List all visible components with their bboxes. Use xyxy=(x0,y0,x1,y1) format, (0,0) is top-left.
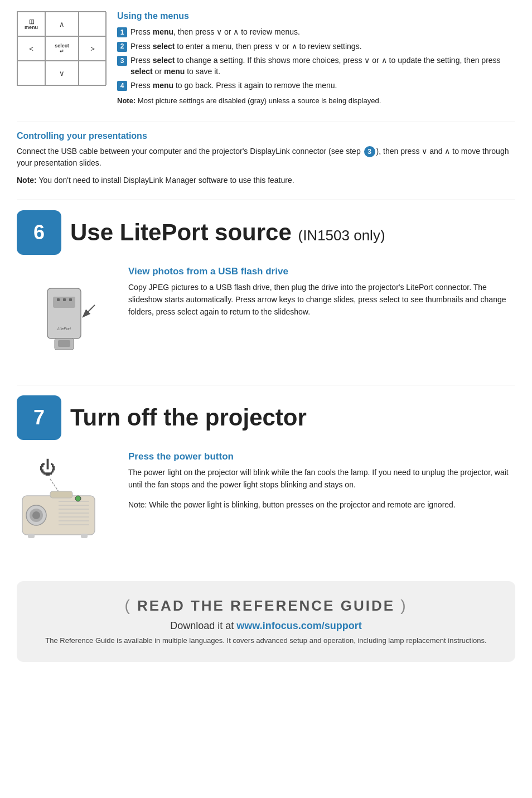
section-7-body: Press the power button The power light o… xyxy=(128,451,515,511)
menus-content: Using the menus 1 Press menu, then press… xyxy=(117,11,515,106)
section-6-header: 6 Use LitePort source (IN1503 only) xyxy=(17,210,515,255)
step-1-badge: 1 xyxy=(117,27,127,37)
paren-close: ) xyxy=(400,597,407,614)
section-6-title-bold: Use LitePort source xyxy=(70,219,292,245)
remote-diagram: ◫ menu ∧ < select ↵ > ∨ xyxy=(17,11,106,106)
reference-download-line: Download it at www.infocus.com/support xyxy=(39,620,493,632)
section-6-subsection-body: Copy JPEG pictures to a USB flash drive,… xyxy=(128,282,515,318)
menu-icon: ◫ xyxy=(29,18,34,25)
step-1-text: Press menu, then press ∨ or ∧ to review … xyxy=(130,27,300,38)
projector-illustration: ⏻ xyxy=(17,451,117,564)
menus-note: Note: Most picture settings are disabled… xyxy=(117,96,515,106)
step-3: 3 Press select to change a setting. If t… xyxy=(117,55,515,77)
section-7: 7 Turn off the projector ⏻ xyxy=(17,395,515,564)
section-7-header: 7 Turn off the projector xyxy=(17,395,515,440)
controlling-section: Controlling your presentations Connect t… xyxy=(17,122,515,186)
controlling-note: Note: You don't need to install DisplayL… xyxy=(17,175,515,186)
section-7-subsection-body: The power light on the projector will bl… xyxy=(128,467,515,491)
section-6-badge: 6 xyxy=(17,210,61,255)
right-arrow-button[interactable]: > xyxy=(79,36,107,61)
step-4-menu-bold: menu xyxy=(153,81,173,90)
step-2: 2 Press select to enter a menu, then pre… xyxy=(117,41,515,52)
section-7-power-note: Note: While the power light is blinking,… xyxy=(128,499,515,511)
step-2-select-bold: select xyxy=(153,42,175,51)
empty-bottom-right xyxy=(79,61,107,85)
projector-svg: ⏻ xyxy=(17,451,112,563)
step-4: 4 Press menu to go back. Press it again … xyxy=(117,80,515,91)
usb-svg: LitePort xyxy=(17,266,112,366)
reference-guide-title: ( READ THE REFERENCE GUIDE ) xyxy=(39,597,493,615)
step-1-menu-bold: menu xyxy=(153,27,173,36)
down-arrow-button[interactable]: ∨ xyxy=(45,61,79,85)
reference-guide-box: ( READ THE REFERENCE GUIDE ) Download it… xyxy=(17,581,515,662)
step-4-text: Press menu to go back. Press it again to… xyxy=(130,80,337,91)
left-arrow-button[interactable]: < xyxy=(17,36,45,61)
svg-text:⏻: ⏻ xyxy=(39,458,56,477)
divider-2 xyxy=(17,385,515,385)
menus-note-label: Note: xyxy=(117,96,136,105)
section-7-content: ⏻ xyxy=(17,451,515,564)
svg-text:LitePort: LitePort xyxy=(57,327,71,331)
section-6-content: LitePort View photos from a USB flash dr… xyxy=(17,266,515,368)
menus-title: Using the menus xyxy=(117,11,515,21)
section-7-title: Turn off the projector xyxy=(70,405,307,431)
section-7-badge: 7 xyxy=(17,395,61,440)
svg-rect-2 xyxy=(57,298,60,301)
svg-rect-0 xyxy=(47,288,81,338)
reference-description: The Reference Guide is available in mult… xyxy=(39,635,493,646)
svg-rect-23 xyxy=(28,534,35,538)
section-6-body: View photos from a USB flash drive Copy … xyxy=(128,266,515,318)
step-3-menu-bold: menu xyxy=(164,67,185,76)
step-2-badge: 2 xyxy=(117,42,127,52)
step-ref-badge: 3 xyxy=(364,146,375,157)
paren-open: ( xyxy=(124,597,131,614)
step-3-select-bold2: select xyxy=(130,67,153,76)
section-6: 6 Use LitePort source (IN1503 only) Lite… xyxy=(17,210,515,368)
section-6-subsection-title: View photos from a USB flash drive xyxy=(128,266,515,277)
controlling-body: Connect the USB cable between your compu… xyxy=(17,146,515,169)
controlling-title: Controlling your presentations xyxy=(17,131,515,141)
remote-grid: ◫ menu ∧ < select ↵ > ∨ xyxy=(17,11,106,86)
divider-1 xyxy=(17,200,515,200)
menu-button[interactable]: ◫ menu xyxy=(17,12,45,36)
empty-bottom-left xyxy=(17,61,45,85)
svg-rect-6 xyxy=(58,340,70,347)
svg-line-8 xyxy=(84,305,95,316)
menus-steps-list: 1 Press menu, then press ∨ or ∧ to revie… xyxy=(117,27,515,91)
reference-download-url[interactable]: www.infocus.com/support xyxy=(236,620,361,631)
step-1: 1 Press menu, then press ∨ or ∧ to revie… xyxy=(117,27,515,38)
up-arrow-button[interactable]: ∧ xyxy=(45,12,79,36)
svg-rect-24 xyxy=(81,534,88,538)
step-3-select-bold: select xyxy=(153,56,175,65)
top-section: ◫ menu ∧ < select ↵ > ∨ xyxy=(17,11,515,106)
section-7-subsection-title: Press the power button xyxy=(128,451,515,462)
step-4-badge: 4 xyxy=(117,81,127,91)
svg-point-15 xyxy=(32,511,40,519)
svg-rect-3 xyxy=(63,298,66,301)
svg-point-26 xyxy=(75,496,81,501)
svg-rect-25 xyxy=(50,491,72,498)
usb-illustration: LitePort xyxy=(17,266,117,368)
section-6-title: Use LitePort source (IN1503 only) xyxy=(70,220,385,245)
step-3-badge: 3 xyxy=(117,56,127,66)
reference-download-prefix: Download it at xyxy=(170,620,236,631)
select-button[interactable]: select ↵ xyxy=(45,36,79,61)
section-6-title-normal: (IN1503 only) xyxy=(298,227,385,244)
controlling-note-label: Note: xyxy=(17,176,37,185)
reference-title-main: READ THE REFERENCE GUIDE xyxy=(137,597,400,614)
step-2-text: Press select to enter a menu, then press… xyxy=(130,41,362,52)
empty-top-right xyxy=(79,12,107,36)
step-3-text: Press select to change a setting. If thi… xyxy=(130,55,515,77)
svg-rect-4 xyxy=(69,298,72,301)
